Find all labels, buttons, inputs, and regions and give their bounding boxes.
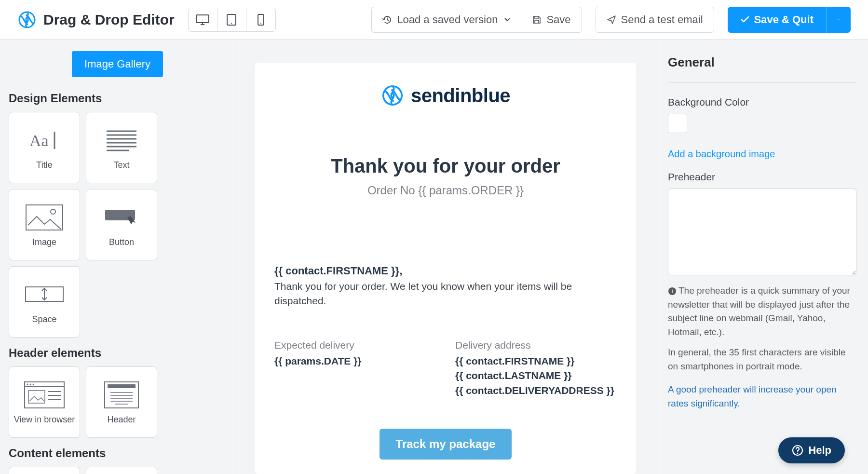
svg-point-22 [33, 383, 34, 385]
chevron-down-icon [504, 18, 510, 22]
chevron-down-icon [838, 18, 840, 22]
section-design-title: Design Elements [9, 92, 226, 105]
help-button[interactable]: Help [778, 437, 845, 463]
delivery-line-1: {{ contact.FIRSTNAME }} [455, 354, 617, 368]
section-content-title: Content elements [9, 447, 226, 460]
svg-rect-28 [108, 384, 136, 388]
delivery-address-block[interactable]: Delivery address {{ contact.FIRSTNAME }}… [455, 339, 617, 398]
delivery-line-2: {{ contact.LASTNAME }} [455, 368, 617, 383]
svg-point-70 [797, 453, 799, 454]
device-tablet-button[interactable] [217, 8, 246, 31]
body-text[interactable]: Thank you for your order. We let you kno… [274, 279, 617, 309]
image-gallery-button[interactable]: Image Gallery [72, 51, 163, 77]
header-icon [101, 380, 142, 410]
check-icon [741, 16, 749, 23]
save-quit-dropdown[interactable] [827, 7, 851, 33]
properties-sidebar: General Background Color Add a backgroun… [656, 40, 868, 474]
brand: Drag & Drop Editor [17, 10, 175, 29]
load-version-button[interactable]: Load a saved version [371, 7, 521, 33]
track-package-button[interactable]: Track my package [380, 429, 512, 460]
element-space[interactable]: Space [9, 266, 80, 338]
logo-block[interactable]: sendinblue [271, 84, 620, 107]
title-icon: Aa [24, 125, 65, 155]
expected-delivery-block[interactable]: Expected delivery {{ params.DATE }} [274, 339, 436, 398]
help-icon [792, 445, 803, 456]
device-mobile-button[interactable] [246, 8, 275, 31]
preheader-help-link[interactable]: A good preheader will increase your open… [668, 383, 856, 410]
svg-point-66 [383, 86, 402, 105]
svg-rect-23 [28, 391, 45, 403]
expected-label: Expected delivery [274, 339, 436, 351]
svg-point-20 [27, 383, 28, 385]
save-quit-button[interactable]: Save & Quit [728, 7, 827, 33]
save-icon [532, 15, 542, 25]
mobile-icon [258, 14, 264, 26]
device-switcher [188, 8, 276, 32]
email-canvas[interactable]: sendinblue Thank you for your order Orde… [255, 63, 636, 474]
bg-color-label: Background Color [668, 96, 856, 108]
app-title: Drag & Drop Editor [43, 12, 175, 28]
element-image[interactable]: Image [9, 189, 80, 260]
svg-point-21 [30, 383, 31, 385]
element-title[interactable]: Aa Title [9, 112, 80, 183]
desktop-icon [196, 14, 209, 25]
svg-point-3 [231, 23, 232, 24]
greeting[interactable]: {{ contact.FIRSTNAME }}, [274, 265, 617, 277]
element-content-2[interactable] [86, 467, 157, 474]
logo-icon [17, 10, 37, 29]
send-test-button[interactable]: Send a test email [596, 7, 714, 33]
add-bg-image-link[interactable]: Add a background image [668, 149, 775, 160]
svg-text:Aa: Aa [29, 132, 49, 149]
image-icon [24, 203, 65, 232]
svg-point-5 [260, 23, 261, 24]
preheader-help-1: i The preheader is a quick summary of yo… [668, 284, 856, 339]
history-icon [382, 15, 392, 25]
save-button[interactable]: Save [521, 7, 582, 33]
panel-title: General [668, 55, 856, 83]
canvas-area[interactable]: sendinblue Thank you for your order Orde… [235, 40, 656, 474]
svg-rect-1 [196, 15, 209, 23]
topbar: Drag & Drop Editor Load a saved version … [0, 0, 868, 40]
svg-point-0 [19, 12, 35, 27]
delivery-label: Delivery address [455, 339, 617, 351]
info-icon: i [668, 287, 677, 296]
delivery-line-3: {{ contact.DELIVERYADDRESS }} [455, 383, 617, 398]
sendinblue-logo-icon [381, 84, 404, 107]
space-icon [24, 280, 65, 310]
text-icon [101, 125, 142, 155]
element-view-in-browser[interactable]: View in browser [9, 366, 80, 438]
device-desktop-button[interactable] [189, 8, 217, 31]
preheader-input[interactable] [668, 189, 856, 275]
element-header[interactable]: Header [86, 366, 157, 438]
element-button[interactable]: Button [86, 189, 157, 260]
svg-point-15 [51, 209, 55, 214]
tablet-icon [227, 14, 236, 26]
bg-color-swatch[interactable] [668, 114, 687, 133]
button-icon [101, 203, 142, 232]
svg-text:i: i [671, 288, 673, 295]
expected-value: {{ params.DATE }} [274, 354, 436, 368]
element-text[interactable]: Text [86, 112, 157, 183]
logo-text: sendinblue [411, 85, 510, 107]
element-content-1[interactable] [9, 467, 80, 474]
browser-icon [24, 380, 65, 410]
elements-sidebar: Image Gallery Design Elements Aa Title T… [0, 40, 235, 474]
paper-plane-icon [607, 15, 616, 25]
section-header-title: Header elements [9, 346, 226, 360]
preheader-help-2: In general, the 35 first characters are … [668, 346, 856, 373]
email-heading[interactable]: Thank you for your order [271, 155, 620, 177]
order-number[interactable]: Order No {{ params.ORDER }} [271, 184, 620, 197]
preheader-label: Preheader [668, 171, 856, 183]
